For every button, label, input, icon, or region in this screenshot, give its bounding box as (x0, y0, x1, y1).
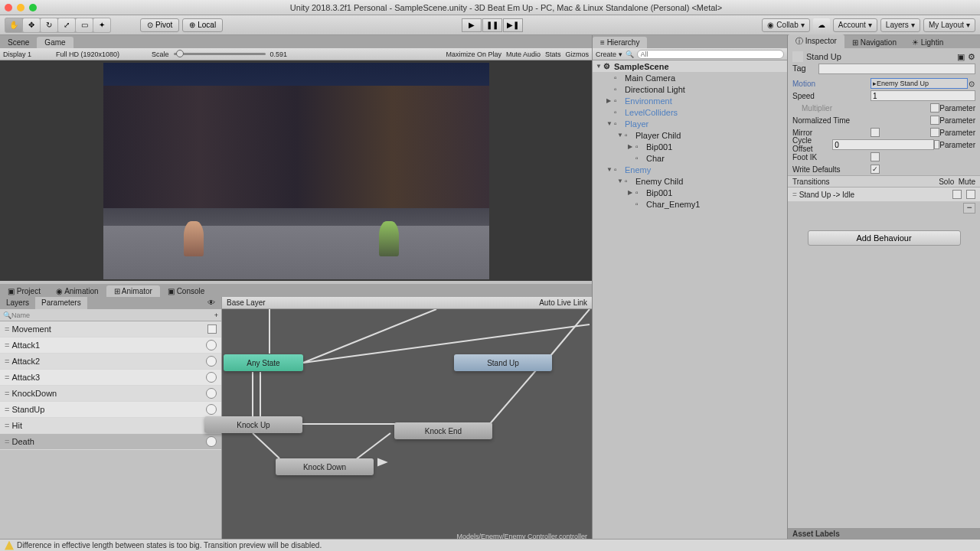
param-value[interactable] (207, 324, 217, 334)
hand-tool[interactable]: ✋ (5, 18, 22, 32)
hierarchy-item[interactable]: ▫LevelColliders (593, 106, 787, 118)
resolution-dropdown[interactable]: Full HD (1920x1080) (56, 51, 119, 58)
foldout-icon[interactable]: ▼ (617, 132, 625, 139)
mute-cb[interactable] (966, 190, 975, 199)
state-knock-down[interactable]: Knock Down (276, 458, 374, 475)
hierarchy-item[interactable]: ▼▫Player (593, 118, 787, 129)
hierarchy-item[interactable]: ▫Char (593, 152, 787, 164)
solo-cb[interactable] (952, 190, 962, 199)
gizmos-toggle[interactable]: Gizmos (565, 51, 589, 58)
hierarchy-item[interactable]: ▼▫Player Child (593, 129, 787, 141)
display-dropdown[interactable]: Display 1 (3, 51, 31, 58)
param-row[interactable]: = KnockDown (0, 386, 221, 402)
motion-field[interactable]: ▸Enemy Stand Up (871, 78, 968, 89)
hierarchy-item[interactable]: ▶▫Bip001 (593, 141, 787, 152)
param-row[interactable]: = Movement (0, 321, 221, 337)
hierarchy-item[interactable]: ▫Char_Enemy1 (593, 198, 787, 210)
param-row[interactable]: = StandUp (0, 402, 221, 418)
tab-navigation[interactable]: ⊞ Navigation (844, 37, 904, 48)
pivot-toggle[interactable]: ⊙ Pivot (140, 18, 179, 32)
move-tool[interactable]: ✥ (23, 18, 40, 32)
hierarchy-item[interactable]: ▶▫Bip001 (593, 187, 787, 198)
state-stand-up[interactable]: Stand Up (454, 354, 552, 371)
state-knock-up[interactable]: Knock Up (204, 416, 302, 433)
tab-game[interactable]: Game (37, 37, 73, 48)
tab-scene[interactable]: Scene (0, 37, 37, 48)
cycle-param-cb[interactable] (934, 140, 939, 149)
layers-dropdown[interactable]: Layers ▾ (880, 18, 920, 32)
tab-hierarchy[interactable]: ≡ Hierarchy (593, 37, 647, 48)
writedef-cb[interactable]: ✓ (871, 165, 880, 174)
param-search-input[interactable] (11, 311, 214, 319)
gear-icon[interactable]: ⚙ (968, 52, 975, 62)
mirror-cb[interactable] (871, 128, 880, 137)
hierarchy-item[interactable]: ▫Main Camera (593, 72, 787, 83)
param-value[interactable] (206, 356, 217, 367)
tab-project[interactable]: ▣ Project (0, 285, 48, 297)
tag-field[interactable] (818, 64, 975, 74)
param-row[interactable]: = Hit (0, 418, 221, 434)
pause-button[interactable]: ❚❚ (482, 18, 502, 32)
param-value[interactable] (206, 404, 217, 415)
game-view[interactable] (0, 60, 592, 281)
scale-tool[interactable]: ⤢ (58, 18, 75, 32)
multiplier-param-cb[interactable] (930, 103, 939, 112)
mirror-param-cb[interactable] (930, 128, 939, 137)
local-toggle[interactable]: ⊕ Local (182, 18, 223, 32)
speed-field[interactable] (871, 90, 975, 101)
hierarchy-item[interactable]: ▫Directional Light (593, 83, 787, 95)
step-button[interactable]: ▶❚ (503, 18, 523, 32)
foldout-icon[interactable]: ▶ (628, 189, 635, 196)
footik-cb[interactable] (871, 152, 880, 161)
collab-dropdown[interactable]: ◉ Collab ▾ (762, 18, 809, 32)
state-graph[interactable]: Any State Stand Up Knock Up Knock End Kn… (222, 309, 592, 540)
account-dropdown[interactable]: Account ▾ (833, 18, 877, 32)
mute-toggle[interactable]: Mute Audio (506, 51, 541, 58)
layout-dropdown[interactable]: My Layout ▾ (923, 18, 975, 32)
eye-icon[interactable]: 👁 (201, 297, 221, 309)
tab-parameters[interactable]: Parameters (35, 297, 87, 309)
param-value[interactable] (206, 372, 217, 383)
param-row[interactable]: = Attack2 (0, 354, 221, 370)
rotate-tool[interactable]: ↻ (41, 18, 57, 32)
tab-layers[interactable]: Layers (0, 297, 35, 309)
foldout-icon[interactable]: ▼ (617, 178, 625, 184)
hierarchy-item[interactable]: ▼▫Enemy (593, 164, 787, 175)
remove-transition-button[interactable]: − (963, 203, 975, 214)
cloud-button[interactable]: ☁ (813, 18, 830, 32)
param-row[interactable]: = Death (0, 434, 221, 450)
state-knock-end[interactable]: Knock End (394, 422, 492, 439)
base-layer-label[interactable]: Base Layer (227, 298, 266, 307)
hierarchy-search[interactable] (637, 50, 784, 59)
hierarchy-item[interactable]: ▼⚙SampleScene (593, 60, 787, 72)
foldout-icon[interactable]: ▼ (596, 63, 603, 70)
state-any[interactable]: Any State (224, 354, 303, 371)
tab-inspector[interactable]: ⓘ Inspector (788, 34, 844, 48)
maximize-toggle[interactable]: Maximize On Play (446, 51, 501, 58)
tab-animator[interactable]: ⊞ Animator (106, 285, 160, 297)
param-row[interactable]: = Attack1 (0, 337, 221, 354)
stats-toggle[interactable]: Stats (545, 51, 561, 58)
cycle-field[interactable] (832, 139, 934, 150)
foldout-icon[interactable]: ▼ (606, 120, 614, 127)
reference-icon[interactable]: ▣ (957, 52, 965, 62)
param-value[interactable] (206, 436, 217, 447)
create-dropdown[interactable]: Create ▾ (596, 51, 622, 58)
transition-row[interactable]: = Stand Up -> Idle (788, 187, 980, 201)
maximize-icon[interactable] (29, 4, 37, 11)
hierarchy-item[interactable]: ▶▫Environment (593, 95, 787, 106)
minimize-icon[interactable] (17, 4, 24, 11)
tab-lighting[interactable]: ☀ Lightin (904, 37, 951, 48)
auto-live-link[interactable]: Auto Live Link (539, 298, 587, 307)
foldout-icon[interactable]: ▶ (606, 97, 614, 104)
foldout-icon[interactable]: ▼ (606, 166, 614, 173)
tab-console[interactable]: ▣ Console (160, 285, 212, 297)
transform-tool[interactable]: ✦ (93, 18, 110, 32)
tab-animation[interactable]: ◉ Animation (48, 285, 106, 297)
object-picker-icon[interactable]: ⊙ (968, 80, 975, 88)
hierarchy-item[interactable]: ▼▫Enemy Child (593, 175, 787, 187)
normalized-param-cb[interactable] (930, 116, 939, 125)
close-icon[interactable] (5, 4, 12, 11)
scale-slider[interactable] (174, 53, 266, 55)
param-value[interactable] (206, 388, 217, 399)
